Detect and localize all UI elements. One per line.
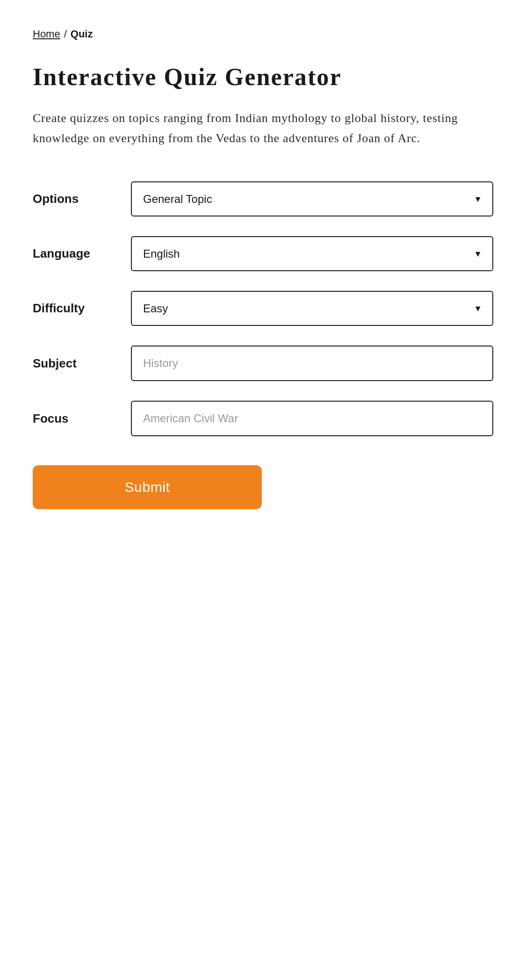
page-title: Interactive Quiz Generator bbox=[33, 63, 493, 92]
difficulty-control-wrapper: Easy Medium Hard ▼ bbox=[131, 291, 493, 326]
subject-label: Subject bbox=[33, 356, 131, 371]
difficulty-label: Difficulty bbox=[33, 301, 131, 316]
options-select-wrapper: General Topic Specific Topic Custom ▼ bbox=[131, 181, 493, 216]
quiz-form: Options General Topic Specific Topic Cus… bbox=[33, 181, 493, 456]
subject-control-wrapper bbox=[131, 346, 493, 381]
difficulty-row: Difficulty Easy Medium Hard ▼ bbox=[33, 291, 493, 326]
subject-input[interactable] bbox=[131, 346, 493, 381]
language-row: Language English Hindi Spanish French Ge… bbox=[33, 236, 493, 271]
language-control-wrapper: English Hindi Spanish French German ▼ bbox=[131, 236, 493, 271]
difficulty-select[interactable]: Easy Medium Hard bbox=[131, 291, 493, 326]
focus-input[interactable] bbox=[131, 401, 493, 436]
submit-section: Submit bbox=[33, 465, 493, 509]
options-label: Options bbox=[33, 192, 131, 206]
page-description: Create quizzes on topics ranging from In… bbox=[33, 108, 493, 149]
submit-button[interactable]: Submit bbox=[33, 465, 262, 509]
breadcrumb-current: Quiz bbox=[71, 28, 93, 40]
language-select[interactable]: English Hindi Spanish French German bbox=[131, 236, 493, 271]
options-row: Options General Topic Specific Topic Cus… bbox=[33, 181, 493, 216]
breadcrumb: Home / Quiz bbox=[33, 28, 493, 40]
breadcrumb-separator: / bbox=[64, 28, 67, 40]
breadcrumb-home-link[interactable]: Home bbox=[33, 28, 60, 40]
options-select[interactable]: General Topic Specific Topic Custom bbox=[131, 181, 493, 216]
subject-row: Subject bbox=[33, 346, 493, 381]
language-select-wrapper: English Hindi Spanish French German ▼ bbox=[131, 236, 493, 271]
difficulty-select-wrapper: Easy Medium Hard ▼ bbox=[131, 291, 493, 326]
language-label: Language bbox=[33, 246, 131, 261]
options-control-wrapper: General Topic Specific Topic Custom ▼ bbox=[131, 181, 493, 216]
focus-control-wrapper bbox=[131, 401, 493, 436]
focus-label: Focus bbox=[33, 411, 131, 426]
focus-row: Focus bbox=[33, 401, 493, 436]
